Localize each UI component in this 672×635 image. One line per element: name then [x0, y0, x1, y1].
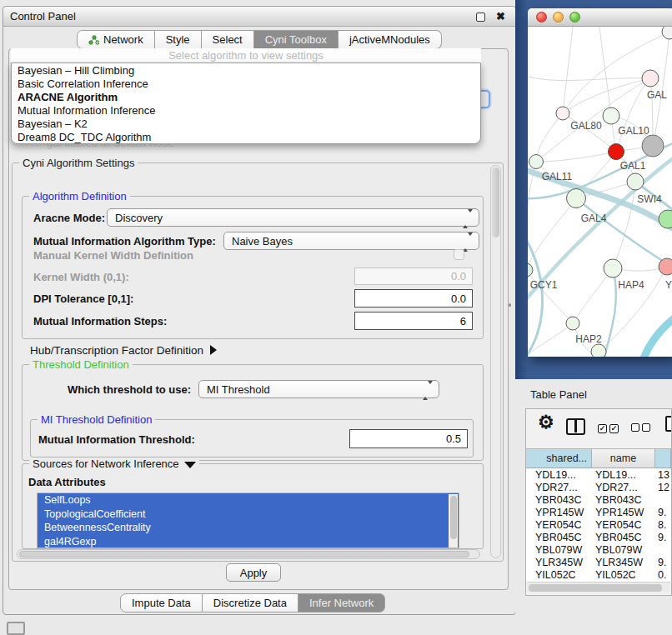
attribute-item-selected[interactable]: SelfLoops	[38, 493, 459, 508]
network-node-gal1[interactable]	[627, 173, 644, 190]
close-traffic-light[interactable]	[536, 12, 547, 22]
algorithm-option-aracne[interactable]: ARACNE Algorithm	[12, 91, 480, 104]
table-panel: ⚙ ✓✓ shared... name YDL19...YDL19...13 Y…	[525, 408, 672, 596]
network-node-hap2[interactable]	[566, 317, 579, 330]
kernel-width-label: Kernel Width (0,1):	[33, 271, 129, 283]
network-node-pink[interactable]	[556, 107, 569, 120]
cyni-algorithm-settings-title: Cyni Algorithm Settings	[19, 157, 138, 169]
algorithm-combobox-placeholder[interactable]: Select algorithm to view settings	[11, 48, 481, 62]
algorithm-dropdown-popup: Bayesian – Hill Climbing Basic Correlati…	[11, 62, 481, 144]
control-panel-titlebar[interactable]: Control Panel ✖	[3, 7, 515, 27]
table-hscrollbar-thumb[interactable]	[529, 584, 662, 592]
network-node-gal-partial[interactable]	[642, 70, 659, 87]
tab-select[interactable]: Select	[202, 30, 254, 49]
attributes-scrollbar[interactable]	[449, 494, 458, 548]
aracne-mode-value: Discovery	[108, 212, 163, 224]
dpi-tolerance-input[interactable]: 0.0	[354, 289, 473, 308]
network-node-gcy1[interactable]	[528, 263, 533, 277]
gear-icon[interactable]: ⚙	[538, 412, 554, 433]
tab-impute-data-label: Impute Data	[132, 597, 191, 609]
network-canvas[interactable]: GAL GAL80 GAL10 GAL1 GAL11 SWI4 GAL4 GCY…	[528, 27, 672, 357]
table-row[interactable]: YPR145WYPR145W9.	[526, 506, 671, 518]
settings-hscrollbar-thumb[interactable]	[19, 551, 469, 558]
network-node-gal11[interactable]	[529, 155, 544, 169]
node-label: HAP4	[618, 279, 644, 291]
tab-style-label: Style	[166, 33, 190, 46]
deselect-all-columns-icon[interactable]	[631, 422, 653, 434]
network-node-hap4[interactable]	[604, 259, 622, 278]
minimized-panel-icon[interactable]	[7, 622, 25, 635]
network-node-salmon[interactable]	[659, 258, 672, 275]
hub-definition-label: Hub/Transcription Factor Definition	[30, 344, 203, 357]
network-node-green[interactable]	[603, 108, 619, 124]
node-label: GAL4	[581, 212, 607, 224]
window-title: Control Panel	[10, 10, 76, 22]
which-threshold-combobox[interactable]: MI Threshold	[198, 380, 439, 398]
algorithm-option[interactable]: Basic Correlation Inference	[12, 78, 480, 91]
tab-infer-network[interactable]: Infer Network	[298, 593, 385, 612]
node-label: SWI4	[637, 193, 662, 205]
algorithm-option[interactable]: Bayesian – Hill Climbing	[12, 64, 480, 78]
mi-type-combobox[interactable]: Naive Bayes	[223, 232, 479, 250]
network-window-titlebar[interactable]	[528, 8, 672, 27]
table-row[interactable]: YBR043CYBR043C	[526, 493, 671, 506]
document-icon[interactable]	[665, 416, 672, 432]
tab-jactivemnodules[interactable]: jActiveMNodules	[339, 30, 442, 49]
network-node-bright-green[interactable]	[659, 210, 672, 228]
algorithm-option[interactable]: Mutual Information Inference	[12, 104, 480, 118]
column-header-name[interactable]: name	[592, 448, 655, 468]
attribute-item-selected[interactable]: BetweennessCentrality	[38, 521, 459, 535]
sources-title-label: Sources for Network Inference	[33, 458, 179, 470]
float-window-icon[interactable]	[476, 12, 485, 22]
settings-scrollbar-thumb[interactable]	[492, 168, 499, 238]
tab-style[interactable]: Style	[155, 30, 202, 49]
table-row[interactable]: YBL079WYBL079W	[526, 543, 671, 556]
attribute-item-selected[interactable]: TopologicalCoefficient	[38, 508, 459, 522]
table-row[interactable]: YDR27...YDR27...12	[526, 481, 671, 493]
network-node-bottom[interactable]	[591, 344, 606, 357]
panel-divider-handle[interactable]	[509, 303, 511, 307]
close-icon[interactable]: ✖	[496, 10, 505, 22]
threshold-definition-title: Threshold Definition	[29, 358, 133, 371]
mi-threshold-input[interactable]: 0.5	[349, 429, 468, 448]
table-row[interactable]: YER054CYER054C8.	[526, 518, 671, 531]
network-node-red-selected[interactable]	[609, 144, 624, 160]
mi-threshold-label: Mutual Information Threshold:	[38, 433, 195, 446]
manual-kernel-checkbox[interactable]	[454, 249, 464, 260]
tab-network[interactable]: Network	[77, 30, 155, 49]
combo-arrows-icon	[463, 212, 473, 225]
apply-button[interactable]: Apply	[226, 563, 281, 582]
algorithm-option[interactable]: Bayesian – K2	[12, 118, 480, 131]
tab-discretize-data[interactable]: Discretize Data	[203, 593, 298, 612]
table-row[interactable]: YLR345WYLR345W9.	[526, 556, 671, 568]
table-row[interactable]: YDL19...YDL19...13	[526, 468, 671, 481]
network-node-gray[interactable]	[642, 135, 664, 157]
network-node-partial[interactable]	[662, 27, 672, 39]
attributes-scrollbar-thumb[interactable]	[450, 496, 457, 539]
column-layout-icon[interactable]	[566, 418, 585, 435]
table-row[interactable]: YIL052CYIL052C0.	[526, 568, 671, 581]
network-node-gal4[interactable]	[567, 189, 586, 208]
data-attributes-label: Data Attributes	[28, 476, 106, 488]
sources-group-title[interactable]: Sources for Network Inference	[29, 458, 199, 470]
column-header-partial[interactable]	[655, 448, 671, 468]
minimize-traffic-light[interactable]	[553, 12, 564, 22]
hub-definition-toggle[interactable]: Hub/Transcription Factor Definition	[30, 344, 217, 357]
select-all-columns-icon[interactable]: ✓✓	[598, 421, 621, 433]
zoom-traffic-light[interactable]	[569, 12, 580, 22]
table-header: shared... name	[526, 448, 671, 468]
algorithm-option[interactable]: Dream8 DC_TDC Algorithm	[12, 131, 480, 144]
kernel-width-input[interactable]: 0.0	[354, 268, 473, 285]
aracne-mode-combobox[interactable]: Discovery	[107, 208, 479, 227]
mi-steps-input[interactable]: 6	[354, 312, 473, 330]
tab-cyni-toolbox[interactable]: Cyni Toolbox	[254, 30, 339, 49]
settings-vertical-scrollbar[interactable]	[490, 165, 501, 558]
table-horizontal-scrollbar[interactable]	[527, 582, 670, 592]
settings-horizontal-scrollbar[interactable]	[17, 549, 480, 559]
tab-impute-data[interactable]: Impute Data	[120, 593, 203, 612]
column-header-shared-name[interactable]: shared...	[526, 448, 592, 468]
tab-network-label: Network	[103, 33, 143, 46]
attribute-item-selected[interactable]: gal4RGexp	[38, 535, 459, 549]
tab-select-label: Select	[213, 33, 243, 46]
table-row[interactable]: YBR045CYBR045C9.	[526, 531, 671, 543]
